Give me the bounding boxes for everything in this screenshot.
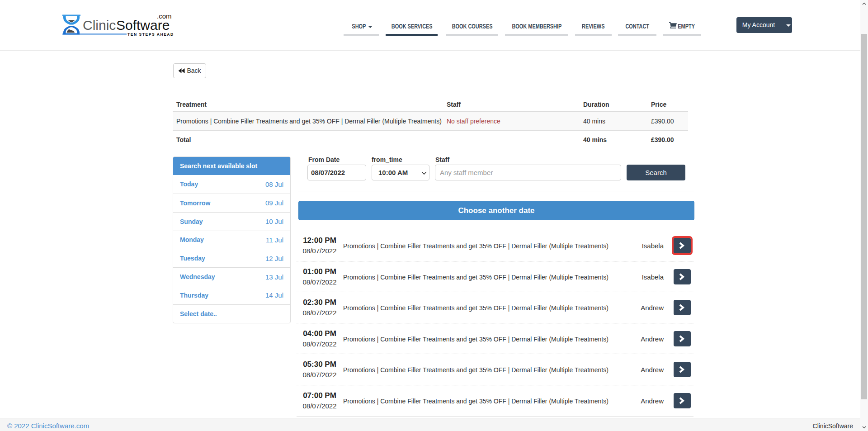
svg-text:Clinic: Clinic xyxy=(83,18,116,33)
svg-text:TEN STEPS AHEAD: TEN STEPS AHEAD xyxy=(127,32,174,37)
svg-text:.com: .com xyxy=(157,12,172,20)
